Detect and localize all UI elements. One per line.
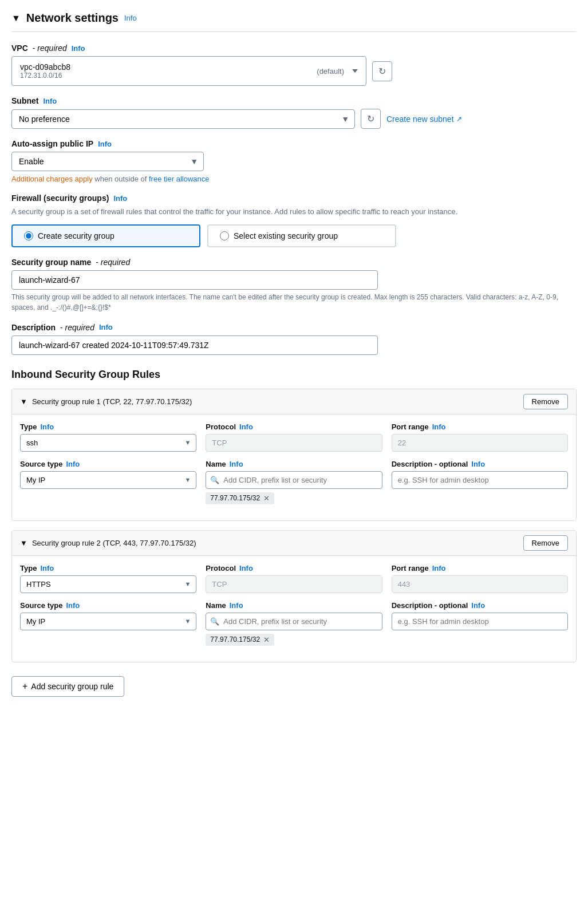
rule-2-desc-info[interactable]: Info	[471, 601, 485, 610]
rule-2-chevron-icon: ▼	[20, 539, 27, 547]
inbound-title: Inbound Security Group Rules	[11, 369, 577, 381]
rule-2-source-select[interactable]: My IP	[20, 613, 196, 630]
free-tier-link[interactable]: free tier allowance	[149, 175, 210, 183]
sg-description-field-group: Description - required Info	[11, 323, 577, 355]
vpc-chevron-icon	[352, 69, 358, 73]
rule-1-desc-info[interactable]: Info	[471, 460, 485, 468]
charges-text: Additional charges apply when outside of…	[11, 175, 577, 183]
rule-1-tag-chip: 77.97.70.175/32 ✕	[206, 492, 274, 504]
sg-name-field-group: Security group name - required This secu…	[11, 258, 577, 313]
rule-2-top-row: Type Info HTTPS ▼ Protocol	[20, 564, 568, 593]
vpc-dropdown[interactable]: vpc-d09abcb8 172.31.0.0/16 (default)	[11, 56, 366, 86]
subnet-info-link[interactable]: Info	[43, 97, 57, 105]
description-info-link[interactable]: Info	[99, 323, 113, 331]
select-security-group-option[interactable]: Select existing security group	[207, 224, 396, 247]
firewall-description: A security group is a set of firewall ru…	[11, 206, 577, 218]
create-security-group-option[interactable]: Create security group	[11, 224, 200, 247]
rule-1-type-info[interactable]: Info	[40, 423, 54, 431]
vpc-label: VPC - required Info	[11, 44, 577, 53]
rule-1-remove-button[interactable]: Remove	[523, 394, 568, 409]
rule-1-chevron-icon: ▼	[20, 397, 27, 406]
rule-2-protocol-info[interactable]: Info	[239, 564, 253, 572]
rule-2-port-input	[392, 575, 568, 593]
vpc-default-tag: (default)	[317, 67, 344, 76]
rule-1-name-info[interactable]: Info	[230, 460, 243, 468]
auto-assign-select[interactable]: Enable	[11, 152, 204, 171]
rule-1-body: Type Info ssh ▼ Protocol	[12, 414, 576, 520]
vpc-select-row: vpc-d09abcb8 172.31.0.0/16 (default) ↻	[11, 56, 577, 86]
rule-2-bottom-row: Source type Info My IP ▼ Na	[20, 601, 568, 646]
vpc-id: vpc-d09abcb8	[20, 62, 70, 72]
rule-1-header: ▼ Security group rule 1 (TCP, 22, 77.97.…	[12, 389, 576, 414]
rule-2-protocol-field: Protocol Info	[206, 564, 382, 593]
rule-1-port-input	[392, 434, 568, 452]
rule-1-source-info[interactable]: Info	[66, 460, 80, 468]
vpc-field-group: VPC - required Info vpc-d09abcb8 172.31.…	[11, 44, 577, 86]
rule-2-type-select[interactable]: HTTPS	[20, 575, 196, 593]
rule-1-desc-field: Description - optional Info	[392, 460, 568, 504]
rule-2-header-text: Security group rule 2 (TCP, 443, 77.97.7…	[32, 539, 196, 547]
rule-block-1: ▼ Security group rule 1 (TCP, 22, 77.97.…	[11, 389, 577, 521]
create-sg-radio[interactable]	[24, 231, 33, 240]
section-info-link[interactable]: Info	[124, 14, 137, 22]
rule-2-name-field: Name Info 🔍 77.97.70.175/32 ✕	[206, 601, 382, 646]
vpc-refresh-button[interactable]: ↻	[372, 61, 392, 81]
create-subnet-link[interactable]: Create new subnet ↗	[386, 114, 462, 124]
rule-1-protocol-field: Protocol Info	[206, 423, 382, 452]
firewall-info-link[interactable]: Info	[113, 194, 127, 203]
section-title: Network settings	[26, 11, 119, 25]
rule-1-bottom-row: Source type Info My IP ▼ Na	[20, 460, 568, 504]
sg-description-input[interactable]	[11, 335, 378, 355]
rule-2-source-info[interactable]: Info	[66, 601, 80, 610]
rule-1-header-text: Security group rule 1 (TCP, 22, 77.97.70…	[32, 397, 192, 406]
rule-1-port-info[interactable]: Info	[432, 423, 446, 431]
sg-name-input[interactable]	[11, 270, 378, 290]
vpc-cidr: 172.31.0.0/16	[20, 72, 70, 80]
rule-1-search-icon: 🔍	[210, 476, 219, 484]
rule-1-source-select[interactable]: My IP	[20, 471, 196, 489]
rule-1-source-field: Source type Info My IP ▼	[20, 460, 196, 504]
subnet-label: Subnet Info	[11, 96, 577, 105]
subnet-refresh-button[interactable]: ↻	[361, 109, 381, 129]
rule-2-port-info[interactable]: Info	[432, 564, 446, 572]
auto-assign-field-group: Auto-assign public IP Info Enable ▼ Addi…	[11, 139, 577, 183]
rule-2-name-info[interactable]: Info	[230, 601, 243, 610]
add-rule-icon: +	[22, 681, 27, 692]
auto-assign-info-link[interactable]: Info	[98, 140, 112, 148]
sg-description-label: Description - required Info	[11, 323, 577, 332]
rule-2-tag-remove-icon[interactable]: ✕	[263, 635, 270, 644]
sg-name-hint: This security group will be added to all…	[11, 292, 577, 313]
rule-1-top-row: Type Info ssh ▼ Protocol	[20, 423, 568, 452]
rule-2-type-info[interactable]: Info	[40, 564, 54, 572]
auto-assign-label: Auto-assign public IP Info	[11, 139, 577, 148]
rule-2-source-field: Source type Info My IP ▼	[20, 601, 196, 646]
external-link-icon: ↗	[456, 115, 462, 123]
rule-1-type-field: Type Info ssh ▼	[20, 423, 196, 452]
rule-1-name-input[interactable]	[206, 471, 382, 489]
rule-1-protocol-info[interactable]: Info	[239, 423, 253, 431]
rule-2-protocol-input	[206, 575, 382, 593]
rule-2-name-input[interactable]	[206, 613, 382, 630]
rule-1-desc-input[interactable]	[392, 471, 568, 489]
subnet-row: No preference ▼ ↻ Create new subnet ↗	[11, 109, 577, 129]
rule-block-2: ▼ Security group rule 2 (TCP, 443, 77.97…	[11, 530, 577, 662]
section-header: ▼ Network settings Info	[11, 11, 577, 32]
add-rule-button[interactable]: + Add security group rule	[11, 676, 124, 697]
rule-1-type-select[interactable]: ssh	[20, 434, 196, 452]
rule-2-header: ▼ Security group rule 2 (TCP, 443, 77.97…	[12, 531, 576, 556]
rule-1-name-field: Name Info 🔍 77.97.70.175/32 ✕	[206, 460, 382, 504]
sg-name-label: Security group name - required	[11, 258, 577, 267]
rule-1-tag-remove-icon[interactable]: ✕	[263, 494, 270, 503]
rule-2-remove-button[interactable]: Remove	[523, 535, 568, 551]
rule-2-tag-chip: 77.97.70.175/32 ✕	[206, 634, 274, 646]
subnet-field-group: Subnet Info No preference ▼ ↻ Create new…	[11, 96, 577, 129]
rule-2-port-field: Port range Info	[392, 564, 568, 593]
vpc-info-link[interactable]: Info	[72, 44, 85, 53]
select-sg-radio[interactable]	[220, 231, 229, 240]
subnet-select[interactable]: No preference	[11, 109, 355, 129]
rule-1-protocol-input	[206, 434, 382, 452]
inbound-section: Inbound Security Group Rules ▼ Security …	[11, 369, 577, 697]
rule-2-desc-input[interactable]	[392, 613, 568, 630]
firewall-radio-group: Create security group Select existing se…	[11, 224, 577, 247]
rule-1-port-field: Port range Info	[392, 423, 568, 452]
